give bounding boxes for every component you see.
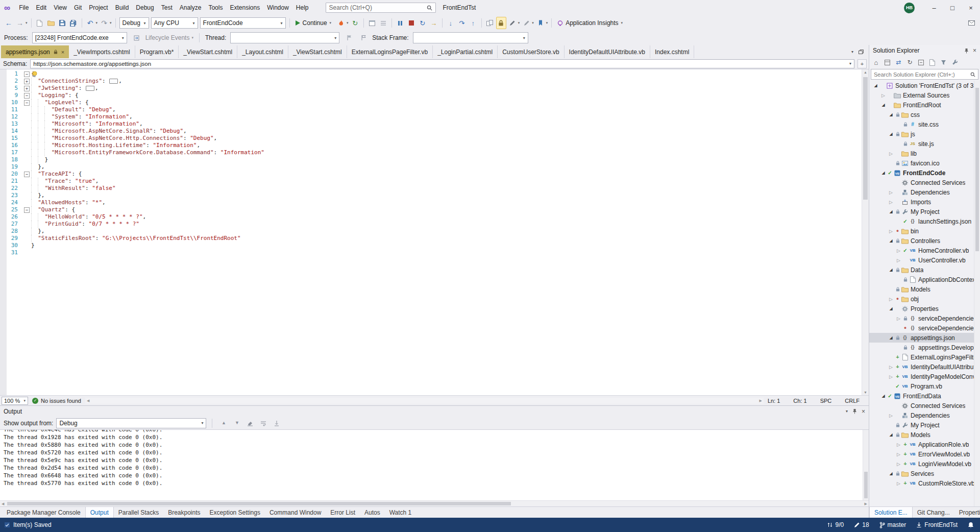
tree-item[interactable]: Connected Services — [869, 178, 980, 187]
tree-item[interactable]: ▷External Sources — [869, 90, 980, 100]
edit-lock-icon[interactable] — [496, 17, 506, 29]
expand-arrow-icon[interactable]: ▷ — [895, 452, 902, 457]
tree-item[interactable]: Models — [869, 284, 980, 294]
tree-item[interactable]: ▷+VBApplicationRole.vb — [869, 440, 980, 449]
tree-item[interactable]: ◢Models — [869, 430, 980, 440]
panel-tab-git-chang-[interactable]: Git Chang... — [913, 507, 954, 518]
tree-item[interactable]: ▷{}serviceDependencies.json — [869, 313, 980, 323]
tool-tab-autos[interactable]: Autos — [360, 507, 385, 518]
menu-file[interactable]: File — [15, 0, 32, 15]
tree-item[interactable]: ◢Properties — [869, 304, 980, 313]
fold-expand-icon[interactable]: + — [24, 86, 30, 91]
refresh-icon[interactable]: ↻ — [418, 17, 428, 29]
search-input[interactable] — [329, 4, 427, 11]
next-message-icon[interactable]: ▼ — [232, 417, 242, 429]
code-line[interactable]: 1−{ — [0, 70, 862, 78]
document-tab[interactable]: Program.vb* — [135, 45, 179, 58]
tool-tab-parallel-stacks[interactable]: Parallel Stacks — [114, 507, 163, 518]
pin-icon[interactable] — [964, 48, 969, 54]
code-line[interactable]: 16"Microsoft.Hosting.Lifetime": "Informa… — [0, 142, 862, 149]
output-scrollbar-thumb[interactable] — [864, 472, 868, 498]
fold-collapse-icon[interactable]: − — [24, 71, 30, 77]
save-all-icon[interactable] — [68, 17, 79, 29]
toggle-word-wrap-icon[interactable] — [258, 417, 268, 429]
thread-dropdown[interactable]: ▾ — [230, 32, 339, 43]
menu-edit[interactable]: Edit — [32, 0, 50, 15]
startup-project-dropdown[interactable]: FrontEndCode▾ — [200, 17, 286, 29]
send-feedback-icon[interactable] — [966, 17, 976, 29]
tree-item[interactable]: ◢css — [869, 110, 980, 119]
application-insights-button[interactable]: Application Insights▾ — [554, 17, 627, 29]
tree-item[interactable]: ▷+VBErrorViewModel.vb — [869, 449, 980, 459]
code-line[interactable]: 17"Microsoft.EntityFrameworkCore.Databas… — [0, 149, 862, 156]
menu-project[interactable]: Project — [85, 0, 111, 15]
output-hscroll-thumb[interactable] — [7, 502, 511, 505]
expand-arrow-icon[interactable]: ▷ — [888, 413, 894, 418]
expand-arrow-icon[interactable]: ▷ — [895, 248, 902, 253]
menu-tools[interactable]: Tools — [205, 0, 226, 15]
code-line[interactable]: 9−"Logging": { — [0, 92, 862, 99]
collapse-arrow-icon[interactable]: ◢ — [888, 209, 894, 214]
code-line[interactable]: 22"WithResult": "false" — [0, 185, 862, 192]
code-line[interactable]: 28}, — [0, 228, 862, 235]
task-list-icon[interactable] — [378, 17, 388, 29]
expand-arrow-icon[interactable]: ▷ — [895, 481, 902, 486]
expand-arrow-icon[interactable]: ▷ — [895, 442, 902, 447]
show-next-statement-icon[interactable]: → — [429, 17, 439, 29]
document-tab[interactable]: ExternalLoginsPageFilter.vb — [347, 45, 433, 58]
step-over-icon[interactable]: ↷ — [457, 17, 467, 29]
tree-item[interactable]: ◢✓VBFrontEndData — [869, 391, 980, 401]
code-line[interactable]: 14"Microsoft.AspNetCore.SignalR": "Debug… — [0, 128, 862, 135]
expand-arrow-icon[interactable]: ▷ — [895, 316, 902, 321]
expand-arrow-icon[interactable]: ▷ — [895, 462, 902, 467]
zoom-dropdown[interactable]: 100 %▾ — [2, 397, 28, 405]
process-dropdown[interactable]: [23248] FrontEndCode.exe▾ — [32, 32, 127, 43]
undo-icon[interactable]: ↶ — [85, 17, 95, 29]
lifecycle-events-dropdown[interactable]: Lifecycle Events▾ — [145, 34, 193, 41]
code-line[interactable]: 27"PrintGuid": "0/7 * * * * ?" — [0, 221, 862, 228]
sync-with-active-document-icon[interactable]: ⇄ — [894, 57, 903, 67]
menu-test[interactable]: Test — [158, 0, 176, 15]
close-panel-icon[interactable]: × — [973, 47, 976, 54]
code-line[interactable]: 25−"Quartz": { — [0, 206, 862, 213]
document-tab[interactable]: _ViewStart.cshtml — [288, 45, 347, 58]
collapse-arrow-icon[interactable]: ◢ — [888, 112, 894, 117]
fold-collapse-icon[interactable]: − — [24, 172, 30, 177]
tab-list-dropdown-icon[interactable]: ▾ — [851, 50, 853, 54]
tree-item[interactable]: ✓VBProgram.vb — [869, 381, 980, 391]
collapse-arrow-icon[interactable]: ◢ — [888, 471, 894, 476]
minimize-button[interactable]: – — [925, 0, 943, 15]
document-tab[interactable]: _LoginPartial.cshtml — [433, 45, 498, 58]
filter-icon[interactable] — [939, 57, 948, 67]
statusbar-git-branch[interactable]: master — [879, 521, 906, 528]
tree-item[interactable]: ◢✓VBFrontEndCode — [869, 168, 980, 178]
close-button[interactable]: × — [962, 0, 980, 15]
tree-item[interactable]: ▷VBUserController.vb — [869, 255, 980, 265]
tool-tab-error-list[interactable]: Error List — [326, 507, 360, 518]
tree-item[interactable]: ▷lib — [869, 149, 980, 158]
tree-item[interactable]: ▷+VBIdentityDefaultUIAttribute.vb — [869, 362, 980, 372]
tool-tab-command-window[interactable]: Command Window — [265, 507, 326, 518]
menu-help[interactable]: Help — [292, 0, 312, 15]
collapse-arrow-icon[interactable]: ◢ — [888, 238, 894, 243]
continue-button[interactable]: Continue▾ — [292, 17, 336, 29]
code-line[interactable]: 20−"TraceAPI": { — [0, 171, 862, 178]
show-all-files-icon[interactable] — [927, 57, 937, 67]
code-line[interactable]: 30} — [0, 242, 862, 249]
menu-window[interactable]: Window — [263, 0, 292, 15]
tree-item[interactable]: ◢Controllers — [869, 236, 980, 246]
show-flagged-only-icon[interactable] — [358, 32, 369, 44]
document-tab[interactable]: Index.cshtml — [650, 45, 694, 58]
previous-message-icon[interactable]: ▲ — [218, 417, 229, 429]
statusbar-commits-sync[interactable]: 9/0 — [827, 521, 844, 528]
collapse-arrow-icon[interactable]: ◢ — [888, 268, 894, 272]
tree-item[interactable]: ▷●bin — [869, 226, 980, 236]
tree-item[interactable]: favicon.ico — [869, 158, 980, 168]
collapsed-region-box[interactable] — [109, 79, 118, 84]
code-editor[interactable]: 1−{2+"ConnectionStrings": ,5+"JwtSetting… — [0, 69, 869, 395]
code-line[interactable]: 12"System": "Information", — [0, 113, 862, 120]
home-icon[interactable]: ⌂ — [871, 57, 881, 67]
tab-close-icon[interactable]: × — [61, 49, 64, 55]
tree-item[interactable]: ApplicationDbContext.vb — [869, 275, 980, 284]
tool-tab-breakpoints[interactable]: Breakpoints — [163, 507, 205, 518]
